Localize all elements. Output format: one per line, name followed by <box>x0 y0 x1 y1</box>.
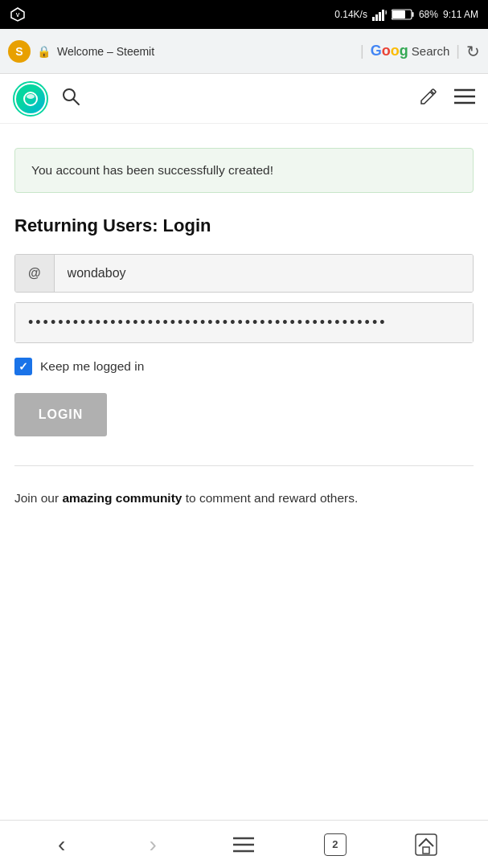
divider-2: | <box>456 43 460 59</box>
login-button[interactable]: LOGIN <box>14 393 107 436</box>
svg-rect-21 <box>423 847 429 854</box>
browser-bar: S 🔒 Welcome – Steemit | Goog Search | ↻ <box>0 29 488 74</box>
battery-percent: 68% <box>419 9 438 20</box>
svg-point-11 <box>27 94 35 99</box>
login-form: @ Keep me logged in LOGIN <box>14 254 474 436</box>
login-section-title: Returning Users: Login <box>14 215 474 236</box>
network-speed: 0.14K/s <box>334 9 367 20</box>
search-svg-icon <box>61 87 80 106</box>
svg-text:H: H <box>385 9 387 16</box>
at-prefix: @ <box>15 255 55 292</box>
google-g-icon: Goog <box>371 43 408 59</box>
svg-line-13 <box>74 99 80 104</box>
browser-url-text: Welcome – Steemit <box>57 45 354 58</box>
back-icon: ‹ <box>58 832 65 858</box>
status-bar-left: V <box>10 6 26 23</box>
logo-inner <box>16 84 45 113</box>
forward-icon: › <box>149 832 156 858</box>
app-header <box>0 74 488 124</box>
join-text-before: Join our <box>14 491 62 505</box>
browser-favicon: S <box>8 40 31 63</box>
home-icon <box>415 833 437 856</box>
favicon-letter: S <box>15 45 23 58</box>
vpn-icon: V <box>10 6 26 23</box>
svg-rect-2 <box>372 17 375 21</box>
tabs-button[interactable]: 2 <box>315 825 355 865</box>
status-bar: V 0.14K/s H 68% 9:11 AM <box>0 0 488 29</box>
svg-rect-3 <box>375 14 378 21</box>
google-search-button[interactable]: Goog Search <box>371 43 450 59</box>
edit-button[interactable] <box>419 87 438 111</box>
join-text-after: to comment and reward others. <box>182 491 358 505</box>
time-display: 9:11 AM <box>443 9 478 20</box>
username-field: @ <box>14 254 474 293</box>
success-banner: You account has been successfully create… <box>14 148 474 193</box>
forward-button[interactable]: › <box>133 825 173 865</box>
tab-count-badge: 2 <box>324 833 347 856</box>
divider-1: | <box>360 43 364 59</box>
hamburger-menu-button[interactable] <box>454 88 475 110</box>
home-button[interactable] <box>406 825 446 865</box>
menu-lines-icon <box>233 836 254 854</box>
success-message: You account has been successfully create… <box>31 163 273 177</box>
keep-logged-row: Keep me logged in <box>14 358 474 375</box>
search-button[interactable] <box>61 87 80 111</box>
tab-count: 2 <box>332 838 338 850</box>
section-divider <box>14 465 474 466</box>
header-left <box>13 81 80 117</box>
svg-rect-8 <box>412 12 413 17</box>
svg-rect-9 <box>392 10 405 18</box>
search-label: Search <box>412 44 450 58</box>
svg-rect-5 <box>382 10 384 21</box>
main-content: You account has been successfully create… <box>0 124 488 820</box>
header-right <box>419 87 475 111</box>
svg-rect-4 <box>379 12 381 21</box>
status-info: 0.14K/s H 68% 9:11 AM <box>334 8 478 21</box>
svg-text:V: V <box>16 12 20 18</box>
keep-logged-label: Keep me logged in <box>40 359 144 374</box>
username-input[interactable] <box>55 255 473 292</box>
reload-icon[interactable]: ↻ <box>466 42 480 61</box>
join-text: Join our amazing community to comment an… <box>14 489 474 509</box>
battery-icon <box>392 9 414 20</box>
lock-icon: 🔒 <box>37 45 51 58</box>
steemit-logo[interactable] <box>13 81 48 117</box>
svg-rect-20 <box>416 834 437 855</box>
password-input[interactable] <box>15 303 473 342</box>
keep-logged-checkbox[interactable] <box>14 358 32 375</box>
back-button[interactable]: ‹ <box>42 825 82 865</box>
bottom-nav: ‹ › 2 <box>0 820 488 868</box>
steemit-icon <box>22 90 39 108</box>
password-field <box>14 302 474 343</box>
signal-icon: H <box>372 8 387 21</box>
browser-menu-button[interactable] <box>223 825 264 865</box>
join-text-bold: amazing community <box>62 491 182 505</box>
edit-svg-icon <box>419 87 438 106</box>
hamburger-svg-icon <box>454 88 475 105</box>
